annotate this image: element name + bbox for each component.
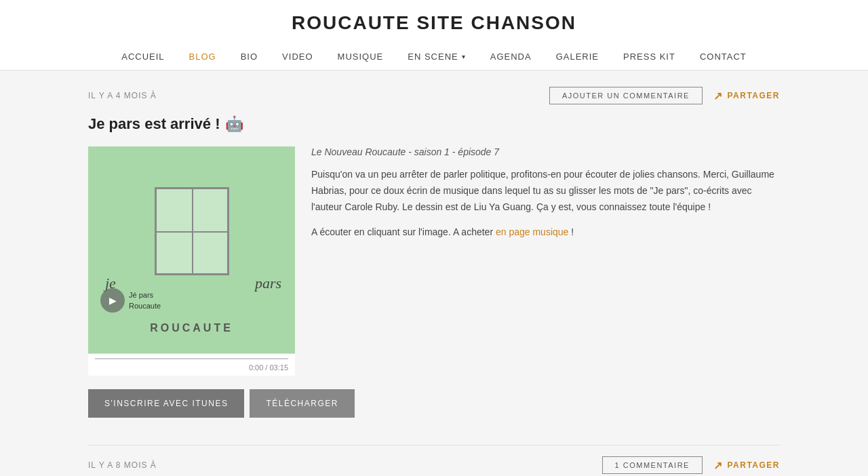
post2-actions: 1 COMMENTAIRE ↗ PARTAGER	[602, 456, 780, 474]
audio-bar-area: 0:00 / 03:15	[88, 353, 295, 376]
share-icon-2: ↗	[713, 459, 724, 472]
nav-agenda[interactable]: AGENDA	[478, 43, 544, 70]
site-header: ROUCAUTE SITE CHANSON ACCUEIL BLOG BIO V…	[0, 0, 868, 71]
album-art-inner: je pars ROUCAUTE	[88, 146, 295, 353]
nav-bio[interactable]: BIO	[229, 43, 270, 70]
dropdown-arrow-icon: ▾	[462, 53, 466, 60]
musique-link[interactable]: en page musique	[496, 226, 568, 237]
post1-episode: Le Nouveau Roucaute - saison 1 - épisode…	[311, 146, 780, 157]
nav-press-kit[interactable]: PRESS KIT	[611, 43, 688, 70]
track-artist: Roucaute	[129, 301, 161, 311]
comment-count-button[interactable]: 1 COMMENTAIRE	[602, 456, 703, 474]
nav-galerie[interactable]: GALERIE	[544, 43, 611, 70]
audio-progress-bar[interactable]	[95, 358, 288, 359]
title-emoji: 🤖	[225, 115, 243, 133]
window-divider-v	[192, 189, 193, 273]
main-content: IL Y A 4 MOIS À AJOUTER UN COMMENTAIRE ↗…	[61, 71, 807, 476]
post1-paragraph2: A écouter en cliquant sur l'image. A ach…	[311, 224, 780, 241]
nav-video[interactable]: VIDEO	[270, 43, 325, 70]
nav-accueil[interactable]: ACCUEIL	[109, 43, 176, 70]
track-name: Jé pars	[129, 290, 161, 300]
album-brand: ROUCAUTE	[150, 322, 233, 334]
window-frame	[155, 187, 229, 275]
nav-en-scene[interactable]: EN SCENE ▾	[395, 43, 477, 70]
telecharger-button[interactable]: TÉLÉCHARGER	[250, 389, 355, 418]
main-nav: ACCUEIL BLOG BIO VIDEO MUSIQUE EN SCENE …	[0, 43, 868, 70]
play-button[interactable]: ▶	[100, 288, 125, 313]
share-button-1[interactable]: ↗ PARTAGER	[713, 90, 780, 102]
post1-body: je pars ROUCAUTE ▶ Jé pars Roucaute 0:00…	[88, 146, 780, 376]
add-comment-button[interactable]: AJOUTER UN COMMENTAIRE	[549, 87, 703, 104]
album-art[interactable]: je pars ROUCAUTE ▶ Jé pars Roucaute	[88, 146, 295, 353]
nav-blog[interactable]: BLOG	[177, 43, 229, 70]
post2-date: IL Y A 8 MOIS À	[88, 460, 157, 470]
media-buttons: S'INSCRIRE AVEC ITUNES TÉLÉCHARGER	[88, 389, 780, 418]
post1-date: IL Y A 4 MOIS À	[88, 91, 157, 100]
audio-time: 0:00 / 03:15	[95, 363, 288, 372]
share-icon: ↗	[713, 90, 724, 102]
album-wrapper: je pars ROUCAUTE ▶ Jé pars Roucaute 0:00…	[88, 146, 295, 376]
share-button-2[interactable]: ↗ PARTAGER	[713, 459, 780, 472]
post1-meta-row: IL Y A 4 MOIS À AJOUTER UN COMMENTAIRE ↗…	[88, 87, 780, 104]
nav-musique[interactable]: MUSIQUE	[326, 43, 396, 70]
post1-title: Je pars est arrivé ! 🤖	[88, 115, 780, 133]
itunes-button[interactable]: S'INSCRIRE AVEC ITUNES	[88, 389, 244, 418]
site-title: ROUCAUTE SITE CHANSON	[0, 12, 868, 34]
post1-text: Le Nouveau Roucaute - saison 1 - épisode…	[311, 146, 780, 250]
post2-meta-row: IL Y A 8 MOIS À 1 COMMENTAIRE ↗ PARTAGER	[88, 445, 780, 474]
nav-contact[interactable]: CONTACT	[688, 43, 759, 70]
post1-paragraph1: Puisqu'on va un peu arrêter de parler po…	[311, 167, 780, 215]
post1-actions: AJOUTER UN COMMENTAIRE ↗ PARTAGER	[549, 87, 780, 104]
album-text-pars: pars	[255, 275, 281, 292]
track-info: Jé pars Roucaute	[129, 290, 161, 311]
